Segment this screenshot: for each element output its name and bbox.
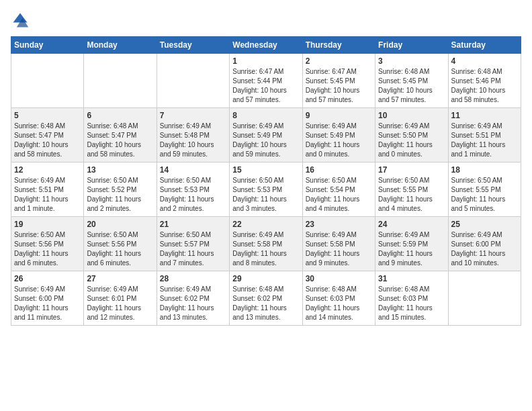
calendar-cell: 16Sunrise: 6:50 AM Sunset: 5:54 PM Dayli… <box>302 163 375 217</box>
logo-icon <box>11 11 30 30</box>
day-info: Sunrise: 6:49 AM Sunset: 5:51 PM Dayligh… <box>14 176 81 214</box>
week-row-1: 1Sunrise: 6:47 AM Sunset: 5:44 PM Daylig… <box>11 54 521 108</box>
calendar-cell: 22Sunrise: 6:49 AM Sunset: 5:58 PM Dayli… <box>230 217 302 271</box>
calendar-cell: 26Sunrise: 6:49 AM Sunset: 6:00 PM Dayli… <box>11 271 84 326</box>
day-info: Sunrise: 6:50 AM Sunset: 5:55 PM Dayligh… <box>451 176 518 214</box>
day-info: Sunrise: 6:49 AM Sunset: 6:00 PM Dayligh… <box>14 285 81 322</box>
day-number: 4 <box>451 56 518 66</box>
calendar-cell: 5Sunrise: 6:48 AM Sunset: 5:47 PM Daylig… <box>11 108 84 163</box>
day-info: Sunrise: 6:47 AM Sunset: 5:44 PM Dayligh… <box>232 67 299 105</box>
weekday-header-saturday: Saturday <box>448 37 521 54</box>
day-info: Sunrise: 6:50 AM Sunset: 5:53 PM Dayligh… <box>232 176 299 214</box>
calendar-cell: 7Sunrise: 6:49 AM Sunset: 5:48 PM Daylig… <box>157 108 229 163</box>
day-info: Sunrise: 6:49 AM Sunset: 5:51 PM Dayligh… <box>451 122 518 159</box>
day-number: 22 <box>232 220 299 229</box>
day-number: 6 <box>87 111 153 120</box>
day-number: 17 <box>378 165 445 175</box>
day-info: Sunrise: 6:50 AM Sunset: 5:57 PM Dayligh… <box>160 230 226 268</box>
day-number: 23 <box>306 220 372 229</box>
logo <box>11 11 32 30</box>
day-number: 8 <box>232 111 299 120</box>
day-info: Sunrise: 6:50 AM Sunset: 5:56 PM Dayligh… <box>87 230 153 268</box>
calendar-cell: 1Sunrise: 6:47 AM Sunset: 5:44 PM Daylig… <box>230 54 302 108</box>
day-number: 18 <box>451 165 518 175</box>
week-row-4: 19Sunrise: 6:50 AM Sunset: 5:56 PM Dayli… <box>11 217 521 271</box>
day-info: Sunrise: 6:50 AM Sunset: 5:52 PM Dayligh… <box>87 176 153 214</box>
calendar-cell: 12Sunrise: 6:49 AM Sunset: 5:51 PM Dayli… <box>11 163 84 217</box>
calendar-cell: 14Sunrise: 6:50 AM Sunset: 5:53 PM Dayli… <box>157 163 229 217</box>
day-info: Sunrise: 6:49 AM Sunset: 5:50 PM Dayligh… <box>378 122 445 159</box>
calendar-cell: 25Sunrise: 6:49 AM Sunset: 6:00 PM Dayli… <box>448 217 521 271</box>
calendar-cell: 3Sunrise: 6:48 AM Sunset: 5:45 PM Daylig… <box>375 54 448 108</box>
day-number: 7 <box>160 111 226 120</box>
calendar-cell: 10Sunrise: 6:49 AM Sunset: 5:50 PM Dayli… <box>375 108 448 163</box>
calendar-cell: 4Sunrise: 6:48 AM Sunset: 5:46 PM Daylig… <box>448 54 521 108</box>
calendar-cell: 27Sunrise: 6:49 AM Sunset: 6:01 PM Dayli… <box>84 271 157 326</box>
calendar-cell: 24Sunrise: 6:49 AM Sunset: 5:59 PM Dayli… <box>375 217 448 271</box>
calendar-cell <box>84 54 157 108</box>
day-info: Sunrise: 6:49 AM Sunset: 5:49 PM Dayligh… <box>232 122 299 159</box>
calendar-cell <box>11 54 84 108</box>
page-container: SundayMondayTuesdayWednesdayThursdayFrid… <box>0 0 532 411</box>
day-info: Sunrise: 6:49 AM Sunset: 5:58 PM Dayligh… <box>232 230 299 268</box>
weekday-header-thursday: Thursday <box>302 37 375 54</box>
day-number: 24 <box>378 220 445 229</box>
day-number: 30 <box>306 274 372 283</box>
day-number: 9 <box>306 111 372 120</box>
day-number: 13 <box>87 165 153 175</box>
day-info: Sunrise: 6:48 AM Sunset: 6:03 PM Dayligh… <box>378 285 445 322</box>
day-info: Sunrise: 6:48 AM Sunset: 5:47 PM Dayligh… <box>14 122 81 159</box>
day-number: 21 <box>160 220 226 229</box>
weekday-header-row: SundayMondayTuesdayWednesdayThursdayFrid… <box>11 37 521 54</box>
calendar: SundayMondayTuesdayWednesdayThursdayFrid… <box>11 36 521 326</box>
day-number: 27 <box>87 274 153 283</box>
day-info: Sunrise: 6:49 AM Sunset: 5:58 PM Dayligh… <box>306 230 372 268</box>
day-number: 5 <box>14 111 81 120</box>
calendar-body: 1Sunrise: 6:47 AM Sunset: 5:44 PM Daylig… <box>11 54 521 326</box>
calendar-cell: 30Sunrise: 6:48 AM Sunset: 6:03 PM Dayli… <box>302 271 375 326</box>
calendar-cell: 17Sunrise: 6:50 AM Sunset: 5:55 PM Dayli… <box>375 163 448 217</box>
day-info: Sunrise: 6:50 AM Sunset: 5:55 PM Dayligh… <box>378 176 445 214</box>
weekday-header-monday: Monday <box>84 37 157 54</box>
day-info: Sunrise: 6:49 AM Sunset: 5:48 PM Dayligh… <box>160 122 226 159</box>
day-number: 12 <box>14 165 81 175</box>
calendar-cell: 23Sunrise: 6:49 AM Sunset: 5:58 PM Dayli… <box>302 217 375 271</box>
day-number: 1 <box>232 56 299 66</box>
day-number: 29 <box>232 274 299 283</box>
header <box>11 11 521 30</box>
day-info: Sunrise: 6:48 AM Sunset: 6:03 PM Dayligh… <box>306 285 372 322</box>
calendar-cell: 21Sunrise: 6:50 AM Sunset: 5:57 PM Dayli… <box>157 217 229 271</box>
day-number: 25 <box>451 220 518 229</box>
day-number: 14 <box>160 165 226 175</box>
day-number: 15 <box>232 165 299 175</box>
calendar-cell: 13Sunrise: 6:50 AM Sunset: 5:52 PM Dayli… <box>84 163 157 217</box>
weekday-header-wednesday: Wednesday <box>230 37 302 54</box>
weekday-header-tuesday: Tuesday <box>157 37 229 54</box>
day-info: Sunrise: 6:48 AM Sunset: 6:02 PM Dayligh… <box>232 285 299 322</box>
calendar-header: SundayMondayTuesdayWednesdayThursdayFrid… <box>11 37 521 54</box>
calendar-cell <box>157 54 229 108</box>
day-info: Sunrise: 6:48 AM Sunset: 5:46 PM Dayligh… <box>451 67 518 105</box>
day-number: 26 <box>14 274 81 283</box>
day-number: 16 <box>306 165 372 175</box>
day-info: Sunrise: 6:49 AM Sunset: 6:01 PM Dayligh… <box>87 285 153 322</box>
calendar-cell: 19Sunrise: 6:50 AM Sunset: 5:56 PM Dayli… <box>11 217 84 271</box>
day-info: Sunrise: 6:49 AM Sunset: 6:02 PM Dayligh… <box>160 285 226 322</box>
day-info: Sunrise: 6:49 AM Sunset: 6:00 PM Dayligh… <box>451 230 518 268</box>
calendar-cell: 18Sunrise: 6:50 AM Sunset: 5:55 PM Dayli… <box>448 163 521 217</box>
calendar-cell: 29Sunrise: 6:48 AM Sunset: 6:02 PM Dayli… <box>230 271 302 326</box>
calendar-cell: 20Sunrise: 6:50 AM Sunset: 5:56 PM Dayli… <box>84 217 157 271</box>
day-number: 11 <box>451 111 518 120</box>
calendar-cell: 15Sunrise: 6:50 AM Sunset: 5:53 PM Dayli… <box>230 163 302 217</box>
day-info: Sunrise: 6:48 AM Sunset: 5:47 PM Dayligh… <box>87 122 153 159</box>
day-info: Sunrise: 6:50 AM Sunset: 5:54 PM Dayligh… <box>306 176 372 214</box>
weekday-header-friday: Friday <box>375 37 448 54</box>
calendar-cell: 8Sunrise: 6:49 AM Sunset: 5:49 PM Daylig… <box>230 108 302 163</box>
day-info: Sunrise: 6:49 AM Sunset: 5:49 PM Dayligh… <box>306 122 372 159</box>
calendar-cell: 9Sunrise: 6:49 AM Sunset: 5:49 PM Daylig… <box>302 108 375 163</box>
day-number: 3 <box>378 56 445 66</box>
calendar-cell: 28Sunrise: 6:49 AM Sunset: 6:02 PM Dayli… <box>157 271 229 326</box>
day-info: Sunrise: 6:47 AM Sunset: 5:45 PM Dayligh… <box>306 67 372 105</box>
day-number: 20 <box>87 220 153 229</box>
day-info: Sunrise: 6:50 AM Sunset: 5:56 PM Dayligh… <box>14 230 81 268</box>
